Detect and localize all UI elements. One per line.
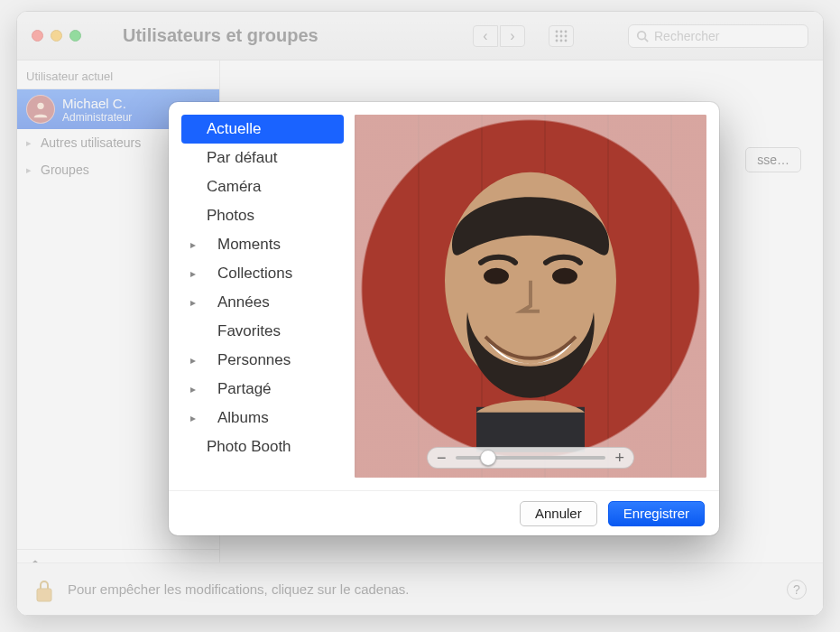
- zoom-in-icon[interactable]: +: [614, 449, 624, 468]
- zoom-knob[interactable]: [480, 450, 496, 466]
- category-label: Albums: [217, 409, 269, 427]
- category-item-partagé[interactable]: ▸Partagé: [181, 375, 344, 404]
- category-item-photo-booth[interactable]: Photo Booth: [181, 432, 344, 461]
- disclosure-icon: ▸: [190, 238, 196, 251]
- crop-mask: [355, 115, 706, 478]
- disclosure-icon: ▸: [190, 267, 196, 280]
- category-label: Moments: [217, 236, 281, 254]
- zoom-out-icon[interactable]: −: [437, 449, 447, 468]
- category-label: Partagé: [217, 380, 272, 398]
- zoom-track[interactable]: [456, 456, 606, 460]
- category-label: Photo Booth: [207, 438, 291, 456]
- disclosure-icon: ▸: [190, 354, 196, 367]
- photo-preview[interactable]: − +: [355, 115, 706, 478]
- category-label: Par défaut: [207, 149, 277, 167]
- category-item-personnes[interactable]: ▸Personnes: [181, 346, 344, 375]
- category-label: Personnes: [217, 351, 291, 369]
- zoom-slider[interactable]: − +: [427, 447, 634, 469]
- category-label: Actuelle: [207, 120, 261, 138]
- category-item-caméra[interactable]: Caméra: [181, 172, 344, 201]
- category-item-actuelle[interactable]: Actuelle: [181, 115, 344, 144]
- category-item-moments[interactable]: ▸Moments: [181, 230, 344, 259]
- category-label: Collections: [217, 265, 292, 283]
- category-item-collections[interactable]: ▸Collections: [181, 259, 344, 288]
- category-item-années[interactable]: ▸Années: [181, 288, 344, 317]
- category-label: Favorites: [217, 322, 281, 340]
- disclosure-icon: ▸: [190, 383, 196, 395]
- category-item-favorites[interactable]: Favorites: [181, 317, 344, 346]
- disclosure-icon: ▸: [190, 296, 196, 309]
- category-label: Caméra: [207, 178, 261, 196]
- disclosure-icon: ▸: [190, 412, 196, 424]
- save-button[interactable]: Enregistrer: [608, 501, 705, 526]
- photo-picker-sheet: ActuellePar défautCaméraPhotos▸Moments▸C…: [169, 102, 719, 535]
- category-item-albums[interactable]: ▸Albums: [181, 404, 344, 432]
- category-label: Photos: [207, 207, 254, 225]
- category-list: ActuellePar défautCaméraPhotos▸Moments▸C…: [181, 115, 344, 478]
- category-label: Années: [217, 293, 270, 311]
- prefs-window: Utilisateurs et groupes ‹ › Rechercher U…: [16, 11, 824, 616]
- category-item-par-défaut[interactable]: Par défaut: [181, 144, 344, 172]
- category-item-photos[interactable]: Photos: [181, 201, 344, 230]
- cancel-button[interactable]: Annuler: [520, 501, 597, 526]
